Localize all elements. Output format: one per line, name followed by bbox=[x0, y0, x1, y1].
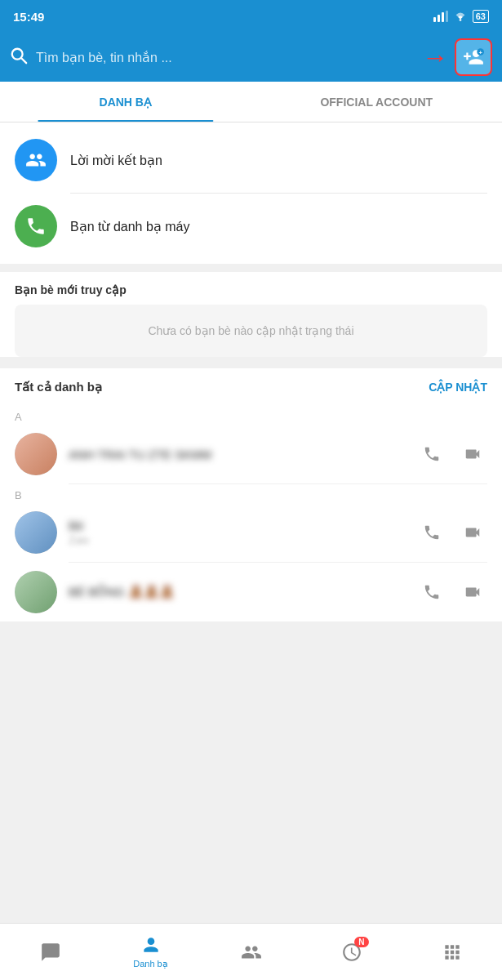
svg-rect-2 bbox=[442, 12, 444, 22]
contact-name: ANH TRAI TU ZTE SKMM bbox=[69, 448, 406, 461]
recent-empty-box: Chưa có bạn bè nào cập nhật trạng thái bbox=[15, 305, 487, 357]
contacts-icon bbox=[140, 934, 162, 956]
arrow-right-icon: → bbox=[422, 42, 448, 73]
contact-info: Bé Zalo bbox=[69, 519, 406, 546]
contacts-header: Tất cả danh bạ CẬP NHẬT bbox=[0, 368, 502, 406]
avatar bbox=[15, 511, 57, 554]
svg-line-6 bbox=[21, 58, 26, 63]
contact-item[interactable]: ANH TRAI TU ZTE SKMM bbox=[0, 425, 502, 483]
svg-text:+: + bbox=[478, 49, 482, 56]
grid-icon bbox=[442, 942, 463, 963]
nav-contacts[interactable]: Danh bạ bbox=[100, 924, 201, 980]
all-contacts-section: Tất cả danh bạ CẬP NHẬT A ANH TRAI TU ZT… bbox=[0, 368, 502, 621]
contact-name: Bé bbox=[69, 519, 406, 532]
groups-icon bbox=[241, 942, 262, 963]
nav-groups[interactable] bbox=[201, 924, 301, 980]
call-icon[interactable] bbox=[417, 439, 446, 469]
friend-invite-icon bbox=[15, 139, 57, 181]
search-input[interactable]: Tìm bạn bè, tin nhắn ... bbox=[36, 50, 414, 65]
search-icon[interactable] bbox=[10, 47, 28, 69]
bottom-nav: Danh bạ N bbox=[0, 923, 502, 980]
call-icon[interactable] bbox=[417, 518, 446, 547]
chat-icon bbox=[40, 942, 61, 963]
add-friend-button[interactable]: + bbox=[455, 38, 492, 76]
video-icon[interactable] bbox=[458, 439, 487, 469]
contact-actions bbox=[417, 439, 487, 469]
alpha-label-b: B bbox=[0, 484, 502, 503]
recent-section: Bạn bè mới truy cập Chưa có bạn bè nào c… bbox=[0, 272, 502, 357]
signal-icon bbox=[433, 11, 448, 22]
call-icon[interactable] bbox=[417, 577, 446, 607]
quick-items-section: Lời mời kết bạn Bạn từ danh bạ máy bbox=[0, 122, 502, 264]
ban-tu-danh-ba-item[interactable]: Bạn từ danh bạ máy bbox=[0, 194, 502, 259]
status-bar: 15:49 63 bbox=[0, 0, 502, 33]
contact-name: BÉ BỒNG 🧸🧸🧸 bbox=[69, 585, 406, 599]
wifi-icon bbox=[453, 11, 468, 22]
contact-info: BÉ BỒNG 🧸🧸🧸 bbox=[69, 585, 406, 599]
video-icon[interactable] bbox=[458, 518, 487, 547]
main-content: Lời mời kết bạn Bạn từ danh bạ máy Bạn b… bbox=[0, 122, 502, 621]
notification-badge-wrap: N bbox=[341, 942, 362, 963]
tab-official-account[interactable]: OFFICIAL ACCOUNT bbox=[251, 82, 503, 122]
contact-sub: Zalo bbox=[69, 534, 406, 546]
alpha-label-a: A bbox=[0, 406, 502, 425]
contact-actions bbox=[417, 577, 487, 607]
nav-more[interactable] bbox=[402, 924, 502, 980]
svg-rect-0 bbox=[433, 17, 436, 22]
tab-danh-ba[interactable]: DANH BẠ bbox=[0, 82, 251, 122]
contact-actions bbox=[417, 518, 487, 547]
recent-section-title: Bạn bè mới truy cập bbox=[0, 272, 502, 305]
video-icon[interactable] bbox=[458, 577, 487, 607]
loi-moi-ket-ban-item[interactable]: Lời mời kết bạn bbox=[0, 127, 502, 193]
contact-info: ANH TRAI TU ZTE SKMM bbox=[69, 448, 406, 461]
phone-contacts-icon bbox=[15, 205, 57, 247]
search-bar: Tìm bạn bè, tin nhắn ... → + bbox=[0, 33, 502, 82]
friend-invite-label: Lời mời kết bạn bbox=[70, 153, 162, 168]
contacts-title: Tất cả danh bạ bbox=[15, 380, 102, 394]
nav-contacts-label: Danh bạ bbox=[133, 959, 167, 969]
status-icons: 63 bbox=[433, 10, 489, 23]
nav-notifications[interactable]: N bbox=[301, 924, 402, 980]
avatar bbox=[15, 571, 57, 613]
nav-messages[interactable] bbox=[0, 924, 100, 980]
update-button[interactable]: CẬP NHẬT bbox=[429, 381, 487, 394]
phone-contacts-label: Bạn từ danh bạ máy bbox=[70, 219, 190, 234]
status-time: 15:49 bbox=[13, 10, 44, 24]
battery-icon: 63 bbox=[473, 10, 489, 23]
tabs: DANH BẠ OFFICIAL ACCOUNT bbox=[0, 82, 502, 122]
svg-rect-1 bbox=[438, 15, 440, 22]
notification-badge: N bbox=[354, 937, 368, 947]
svg-rect-3 bbox=[446, 11, 448, 22]
avatar bbox=[15, 433, 57, 475]
contact-item[interactable]: Bé Zalo bbox=[0, 503, 502, 562]
contact-item[interactable]: BÉ BỒNG 🧸🧸🧸 bbox=[0, 563, 502, 621]
svg-point-4 bbox=[459, 19, 461, 21]
